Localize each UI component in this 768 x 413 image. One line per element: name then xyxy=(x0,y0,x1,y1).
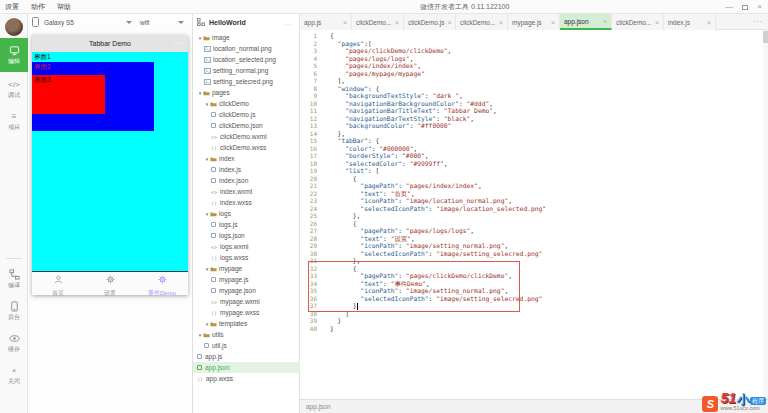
window-title: 微信开发者工具 0.11.122100 xyxy=(420,0,509,14)
minimize-button[interactable]: — xyxy=(725,3,733,11)
tree-item-mypage.wxss[interactable]: ()mypage.wxss xyxy=(193,307,300,318)
tree-item-logs.wxml[interactable]: <>logs.wxml xyxy=(193,241,300,252)
tab-overflow-icon[interactable]: ... xyxy=(753,14,763,28)
editor-tab-app.js[interactable]: app.js× xyxy=(300,14,352,30)
avatar[interactable] xyxy=(5,18,23,36)
tree-item-mypage.json[interactable]: mypage.json xyxy=(193,285,300,296)
menu-item-帮助[interactable]: 帮助 xyxy=(57,2,71,12)
editor-tab-clickDemo...[interactable]: clickDemo...× xyxy=(456,14,508,30)
close-tab-icon[interactable]: × xyxy=(551,19,555,26)
close-tab-icon[interactable]: × xyxy=(655,19,659,26)
tree-item-mypage.js[interactable]: mypage.js xyxy=(193,274,300,285)
sidebar-item-缓存[interactable]: 缓存 xyxy=(0,328,28,358)
gear-icon xyxy=(158,270,167,288)
device-select[interactable]: Galaxy S5 xyxy=(40,19,136,26)
tree-item-logs.js[interactable]: logs.js xyxy=(193,219,300,230)
image-file-icon xyxy=(204,68,212,74)
scrollbar-thumb[interactable] xyxy=(763,31,768,43)
tree-item-image[interactable]: ▾image xyxy=(193,32,300,43)
code-line: "pages/mypage/mypage" xyxy=(330,70,762,78)
screen1-label: 界面1 xyxy=(34,53,51,61)
editor-scrollbar[interactable] xyxy=(763,30,768,399)
tree-item-clickDemo[interactable]: ▾clickDemo xyxy=(193,98,300,109)
phone-menu-dots-icon[interactable]: ••• xyxy=(175,40,183,46)
close-tab-icon[interactable]: × xyxy=(603,18,607,25)
folder-icon xyxy=(203,35,211,41)
sidebar-item-项目[interactable]: ≡项目 xyxy=(0,106,28,136)
tree-item-pages[interactable]: ▾pages xyxy=(193,87,300,98)
project-tree-icon xyxy=(197,18,205,26)
tree-item-index.js[interactable]: index.js xyxy=(193,164,300,175)
close-tab-icon[interactable]: × xyxy=(499,19,503,26)
close-button[interactable]: × xyxy=(757,3,762,11)
tree-item-logs.wxss[interactable]: ()logs.wxss xyxy=(193,252,300,263)
menu-item-设置[interactable]: 设置 xyxy=(5,2,19,12)
tree-item-util.js[interactable]: util.js xyxy=(193,340,300,351)
tree-item-clickDemo.wxss[interactable]: ()clickDemo.wxss xyxy=(193,142,300,153)
sidebar-item-label: 编辑 xyxy=(8,57,20,66)
editor-tab-label: app.js xyxy=(304,19,321,26)
red-view: 界面3 xyxy=(32,75,105,114)
maximize-button[interactable] xyxy=(742,5,748,10)
sidebar-item-编辑[interactable]: 编辑 xyxy=(0,38,28,72)
tree-item-app.js[interactable]: app.js xyxy=(193,351,300,362)
tree-item-setting_normal.png[interactable]: setting_normal.png xyxy=(193,65,300,76)
phone-tab-label: 设置 xyxy=(104,289,116,298)
network-select[interactable]: wifi xyxy=(136,19,188,26)
tree-item-clickDemo.wxml[interactable]: <>clickDemo.wxml xyxy=(193,131,300,142)
sidebar-item-后台[interactable]: 后台 xyxy=(0,296,28,326)
tree-item-logs.json[interactable]: logs.json xyxy=(193,230,300,241)
wxml-file-icon: <> xyxy=(211,189,219,195)
menu-bar: 设置动作帮助 xyxy=(5,0,71,14)
menu-item-动作[interactable]: 动作 xyxy=(31,2,45,12)
editor-tab-clickDemo...[interactable]: clickDemo...× xyxy=(612,14,664,30)
close-tab-icon[interactable]: × xyxy=(707,19,711,26)
tree-item-mypage.wxml[interactable]: <>mypage.wxml xyxy=(193,296,300,307)
tree-item-label: clickDemo.wxml xyxy=(220,133,267,140)
tree-item-index.json[interactable]: index.json xyxy=(193,175,300,186)
phone-tab-设置[interactable]: 设置 xyxy=(84,272,136,295)
editor-tab-index.js[interactable]: index.js× xyxy=(664,14,716,30)
title-bar: 设置动作帮助 微信开发者工具 0.11.122100 —× xyxy=(0,0,768,14)
tree-item-label: clickDemo.json xyxy=(219,122,263,129)
tree-item-clickDemo.json[interactable]: clickDemo.json xyxy=(193,120,300,131)
sidebar-item-编译[interactable]: 编译 xyxy=(0,264,28,294)
editor-tab-clickDemo...[interactable]: clickDemo...× xyxy=(352,14,404,30)
tree-item-index.wxss[interactable]: ()index.wxss xyxy=(193,197,300,208)
editor-tab-clickDemo.js[interactable]: clickDemo.js× xyxy=(404,14,456,30)
editor-tab-mypage.js[interactable]: mypage.js× xyxy=(508,14,560,30)
code-line: } xyxy=(330,317,762,325)
tree-item-index.wxml[interactable]: <>index.wxml xyxy=(193,186,300,197)
phone-nav-title: Tabbar Demo xyxy=(89,40,131,47)
sidebar-item-label: 关闭 xyxy=(8,377,20,386)
phone-tab-事件Demo[interactable]: 事件Demo xyxy=(136,272,188,295)
tree-item-app.json[interactable]: app.json xyxy=(193,362,300,373)
tree-item-index[interactable]: ▾index xyxy=(193,153,300,164)
tree-item-setting_selecred.png[interactable]: setting_selecred.png xyxy=(193,76,300,87)
tree-item-clickDemo.js[interactable]: clickDemo.js xyxy=(193,109,300,120)
tree-item-location_normal.png[interactable]: location_normal.png xyxy=(193,43,300,54)
tree-item-location_selected.png[interactable]: location_selected.png xyxy=(193,54,300,65)
tree-item-app.wxss[interactable]: ()app.wxss xyxy=(193,373,300,384)
sidebar-item-label: 项目 xyxy=(8,123,20,132)
json-file-icon xyxy=(211,123,218,128)
tree-item-label: image xyxy=(212,34,230,41)
close-tab-icon[interactable]: × xyxy=(343,19,347,26)
sidebar-item-调试[interactable]: </>调试 xyxy=(0,74,28,104)
tree-menu-icon[interactable]: ... xyxy=(284,19,293,26)
code-line: "selectedIconPath": "image/setting_selec… xyxy=(330,250,762,258)
code-area[interactable]: 1234567891011121314151617181920212223242… xyxy=(300,30,762,399)
tree-item-utils[interactable]: ▾utils xyxy=(193,329,300,340)
phone-screen[interactable]: 界面1 界面2 界面3 xyxy=(32,52,188,271)
device-icon xyxy=(32,17,40,28)
phone-tab-首页[interactable]: 首页 xyxy=(32,272,84,295)
editor-tab-label: app.json xyxy=(564,18,589,25)
tree-item-mypage[interactable]: ▾mypage xyxy=(193,263,300,274)
close-tab-icon[interactable]: × xyxy=(395,19,399,26)
tree-item-templates[interactable]: ▾templates xyxy=(193,318,300,329)
tree-item-logs[interactable]: ▾logs xyxy=(193,208,300,219)
editor-tab-app.json[interactable]: app.json× xyxy=(560,14,612,30)
close-tab-icon[interactable]: × xyxy=(447,19,451,26)
sidebar-item-关闭[interactable]: ×关闭 xyxy=(0,360,28,390)
wxss-file-icon: () xyxy=(197,376,205,382)
